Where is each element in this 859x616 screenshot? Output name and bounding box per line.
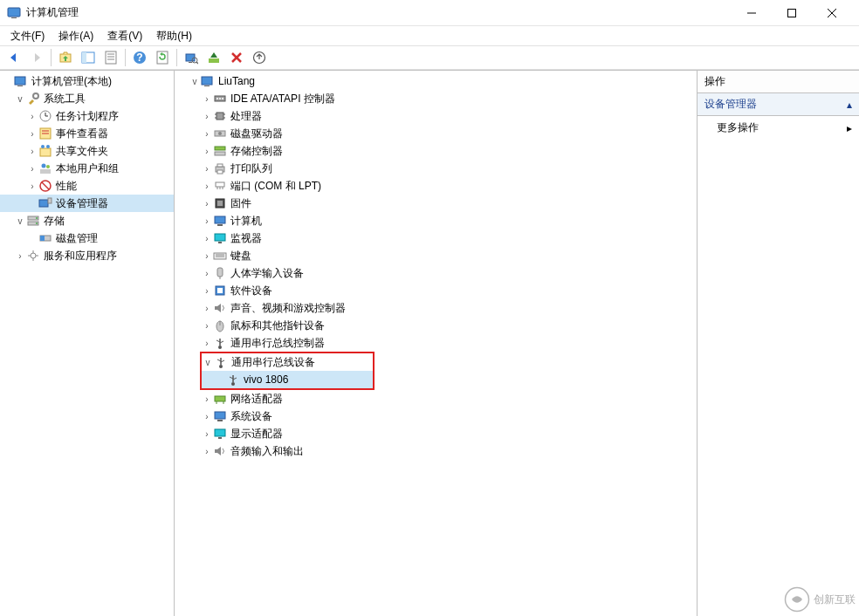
forward-button[interactable]: [26, 47, 47, 68]
svg-rect-51: [204, 86, 210, 86]
svg-rect-63: [215, 147, 225, 150]
system-device-icon: [213, 409, 227, 423]
svg-rect-41: [39, 200, 48, 207]
usb-device-icon: [214, 355, 228, 369]
device-category[interactable]: ›系统设备: [175, 407, 697, 425]
device-category[interactable]: ›存储控制器: [175, 142, 697, 160]
svg-rect-24: [15, 77, 25, 85]
computer-icon: [201, 74, 215, 88]
show-hide-tree-button[interactable]: [78, 47, 99, 68]
svg-point-87: [218, 346, 222, 349]
svg-rect-9: [106, 51, 116, 64]
close-button[interactable]: [812, 0, 852, 26]
svg-point-45: [36, 217, 38, 219]
up-button[interactable]: [55, 47, 76, 68]
device-category-usb-devices[interactable]: v通用串行总线设备: [202, 353, 373, 371]
eventviewer-icon: [38, 127, 52, 140]
chevron-right-icon: ▸: [847, 122, 852, 134]
svg-rect-104: [215, 429, 225, 436]
svg-point-54: [219, 98, 221, 99]
device-category[interactable]: ›打印队列: [175, 160, 697, 177]
svg-point-55: [222, 98, 223, 99]
tools-icon: [26, 92, 40, 106]
device-category[interactable]: ›固件: [175, 195, 697, 212]
tree-item[interactable]: ›共享文件夹: [0, 142, 174, 160]
device-category[interactable]: ›处理器: [175, 107, 697, 125]
actions-more[interactable]: 更多操作 ▸: [698, 116, 859, 140]
computer-icon: [213, 214, 227, 228]
svg-rect-33: [40, 148, 51, 156]
enable-device-button[interactable]: [203, 47, 224, 68]
highlight-box: v通用串行总线设备 ›vivo 1806: [200, 352, 375, 390]
app-icon: [7, 6, 21, 20]
tree-item-device-manager[interactable]: ›设备管理器: [0, 195, 174, 212]
tree-label: 系统工具: [44, 92, 86, 106]
monitor-icon: [213, 231, 227, 245]
tree-item[interactable]: ›性能: [0, 177, 174, 195]
svg-rect-38: [40, 169, 51, 174]
device-category[interactable]: ›鼠标和其他指针设备: [175, 317, 697, 334]
svg-rect-3: [788, 9, 796, 17]
device-category[interactable]: ›软件设备: [175, 282, 697, 299]
minimize-button[interactable]: [732, 0, 772, 26]
device-category[interactable]: ›磁盘驱动器: [175, 125, 697, 142]
console-tree[interactable]: ▸ 计算机管理(本地) v 系统工具 ›任务计划程序 ›事件查看器 ›共享文件夹…: [0, 71, 175, 616]
device-category[interactable]: ›音频输入和输出: [175, 442, 697, 460]
device-category[interactable]: ›计算机: [175, 212, 697, 229]
svg-rect-73: [217, 201, 223, 206]
properties-button[interactable]: [100, 47, 121, 68]
devicemanager-icon: [38, 196, 52, 210]
svg-rect-68: [216, 182, 224, 187]
svg-point-49: [31, 253, 36, 258]
tree-storage[interactable]: v存储: [0, 212, 174, 229]
device-category[interactable]: ›监视器: [175, 229, 697, 247]
svg-rect-20: [209, 58, 219, 63]
watermark: 创新互联: [784, 586, 856, 613]
main-area: ▸ 计算机管理(本地) v 系统工具 ›任务计划程序 ›事件查看器 ›共享文件夹…: [0, 70, 859, 616]
actions-header: 操作: [698, 71, 859, 93]
device-item-vivo[interactable]: ›vivo 1806: [202, 371, 373, 388]
tree-item[interactable]: ›磁盘管理: [0, 229, 174, 247]
device-root[interactable]: vLiuTang: [175, 72, 697, 90]
svg-rect-25: [17, 86, 23, 86]
toolbar: ?: [0, 45, 859, 70]
keyboard-icon: [213, 249, 227, 263]
svg-point-26: [33, 93, 38, 99]
tree-root[interactable]: ▸ 计算机管理(本地): [0, 72, 174, 90]
svg-rect-103: [217, 420, 223, 421]
svg-point-62: [218, 132, 222, 135]
menu-view[interactable]: 查看(V): [100, 27, 149, 45]
scan-hardware-button[interactable]: [181, 47, 202, 68]
tree-root-label: 计算机管理(本地): [31, 74, 112, 89]
menu-file[interactable]: 文件(F): [3, 27, 52, 45]
tree-item[interactable]: ›本地用户和组: [0, 160, 174, 177]
tree-services[interactable]: ›服务和应用程序: [0, 247, 174, 264]
device-category[interactable]: ›声音、视频和游戏控制器: [175, 299, 697, 317]
tree-systools[interactable]: v 系统工具: [0, 90, 174, 107]
device-category[interactable]: ›IDE ATA/ATAPI 控制器: [175, 90, 697, 107]
svg-rect-66: [217, 164, 223, 167]
menu-action[interactable]: 操作(A): [52, 27, 100, 45]
device-category[interactable]: ›显示适配器: [175, 425, 697, 442]
refresh-button[interactable]: [152, 47, 173, 68]
menu-help[interactable]: 帮助(H): [149, 27, 199, 45]
device-category[interactable]: ›人体学输入设备: [175, 264, 697, 282]
firmware-icon: [213, 196, 227, 210]
tree-item[interactable]: ›任务计划程序: [0, 107, 174, 125]
tree-item[interactable]: ›事件查看器: [0, 125, 174, 142]
software-device-icon: [213, 284, 227, 298]
device-category[interactable]: ›端口 (COM 和 LPT): [175, 177, 697, 195]
maximize-button[interactable]: [772, 0, 812, 26]
computer-mgmt-icon: [14, 74, 28, 88]
actions-section[interactable]: 设备管理器 ▴: [698, 93, 859, 116]
device-category[interactable]: ›通用串行总线控制器: [175, 334, 697, 352]
device-category[interactable]: ›网络适配器: [175, 390, 697, 407]
network-icon: [213, 392, 227, 406]
storage-icon: [26, 214, 40, 228]
back-button[interactable]: [3, 47, 24, 68]
device-category[interactable]: ›键盘: [175, 247, 697, 264]
uninstall-device-button[interactable]: [226, 47, 247, 68]
help-button[interactable]: ?: [129, 47, 150, 68]
device-tree[interactable]: vLiuTang ›IDE ATA/ATAPI 控制器 ›处理器 ›磁盘驱动器 …: [175, 71, 698, 616]
update-driver-button[interactable]: [249, 47, 270, 68]
